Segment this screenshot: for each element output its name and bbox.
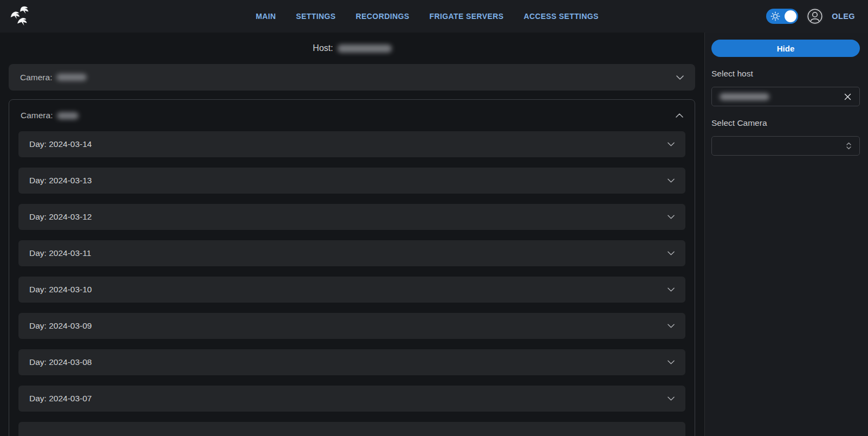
- camera-accordion-collapsed[interactable]: Camera:: [9, 64, 695, 91]
- nav-frigate-servers[interactable]: FRIGATE SERVERS: [429, 12, 503, 21]
- camera-accordion-header[interactable]: Camera:: [9, 100, 695, 131]
- frigate-logo-icon[interactable]: [7, 3, 31, 29]
- filter-sidebar: Hide Select host Select Camera: [705, 33, 868, 436]
- camera-label-text: Camera:: [20, 73, 52, 82]
- nav-settings[interactable]: SETTINGS: [296, 12, 335, 21]
- sun-icon: [770, 11, 780, 23]
- day-accordion-row-partial[interactable]: [18, 422, 685, 436]
- host-select-input[interactable]: [711, 87, 860, 106]
- host-value-redacted: [338, 44, 392, 53]
- username[interactable]: OLEG: [832, 12, 855, 21]
- day-accordion-row[interactable]: Day: 2024-03-11: [18, 240, 685, 266]
- day-accordion-row[interactable]: Day: 2024-03-14: [18, 131, 685, 157]
- nav-recordings[interactable]: RECORDINGS: [356, 12, 410, 21]
- chevron-down-icon: [668, 396, 675, 401]
- day-label: Day: 2024-03-14: [29, 139, 92, 149]
- clear-host-icon[interactable]: [844, 93, 852, 101]
- page-body: Host: Camera: Camera:: [0, 33, 868, 436]
- header-right-cluster: OLEG: [766, 0, 855, 33]
- user-avatar-icon[interactable]: [806, 8, 824, 25]
- camera-select-dropdown[interactable]: [711, 136, 860, 156]
- hide-button[interactable]: Hide: [711, 40, 860, 57]
- camera-row-label: Camera:: [20, 73, 87, 82]
- chevron-down-icon: [668, 287, 675, 292]
- host-select-value-redacted: [720, 93, 769, 100]
- day-accordion-row[interactable]: Day: 2024-03-12: [18, 204, 685, 230]
- day-label: Day: 2024-03-11: [29, 248, 91, 258]
- recordings-main-panel: Host: Camera: Camera:: [0, 33, 704, 436]
- day-label: Day: 2024-03-12: [29, 212, 92, 222]
- day-label: Day: 2024-03-08: [29, 357, 92, 367]
- day-label: Day: 2024-03-07: [29, 394, 92, 403]
- day-accordion-row[interactable]: Day: 2024-03-13: [18, 168, 685, 194]
- top-nav-bar: MAIN SETTINGS RECORDINGS FRIGATE SERVERS…: [0, 0, 868, 33]
- camera-name-redacted: [56, 74, 87, 81]
- main-nav: MAIN SETTINGS RECORDINGS FRIGATE SERVERS…: [256, 0, 599, 33]
- day-label: Day: 2024-03-10: [29, 285, 92, 294]
- camera-label-text: Camera:: [21, 111, 53, 120]
- host-line: Host:: [0, 42, 704, 55]
- day-label: Day: 2024-03-13: [29, 176, 92, 185]
- day-label: Day: 2024-03-09: [29, 321, 92, 331]
- select-chevrons-icon: [846, 142, 852, 150]
- day-accordion-row[interactable]: Day: 2024-03-08: [18, 349, 685, 375]
- app-root: MAIN SETTINGS RECORDINGS FRIGATE SERVERS…: [0, 0, 868, 436]
- theme-toggle[interactable]: [766, 9, 798, 24]
- day-accordion-row[interactable]: Day: 2024-03-10: [18, 277, 685, 303]
- camera-row-label: Camera:: [21, 111, 79, 120]
- day-accordion-row[interactable]: Day: 2024-03-07: [18, 386, 685, 412]
- chevron-down-icon: [668, 251, 675, 255]
- chevron-up-icon: [676, 113, 683, 118]
- select-host-label: Select host: [711, 69, 860, 79]
- chevron-down-icon: [668, 360, 675, 364]
- nav-main[interactable]: MAIN: [256, 12, 276, 21]
- chevron-down-icon: [668, 142, 675, 146]
- select-camera-label: Select Camera: [711, 118, 860, 128]
- host-label: Host:: [313, 43, 333, 53]
- chevron-down-icon: [668, 215, 675, 219]
- toggle-knob: [785, 10, 796, 22]
- chevron-down-icon: [676, 75, 684, 80]
- chevron-down-icon: [668, 178, 675, 183]
- nav-access-settings[interactable]: ACCESS SETTINGS: [523, 12, 598, 21]
- camera-accordion-expanded: Camera: Day: 2024-03-14 Day: 2024-03-13: [9, 99, 695, 436]
- day-accordion-row[interactable]: Day: 2024-03-09: [18, 313, 685, 339]
- chevron-down-icon: [668, 324, 675, 328]
- camera-name-redacted: [57, 112, 79, 119]
